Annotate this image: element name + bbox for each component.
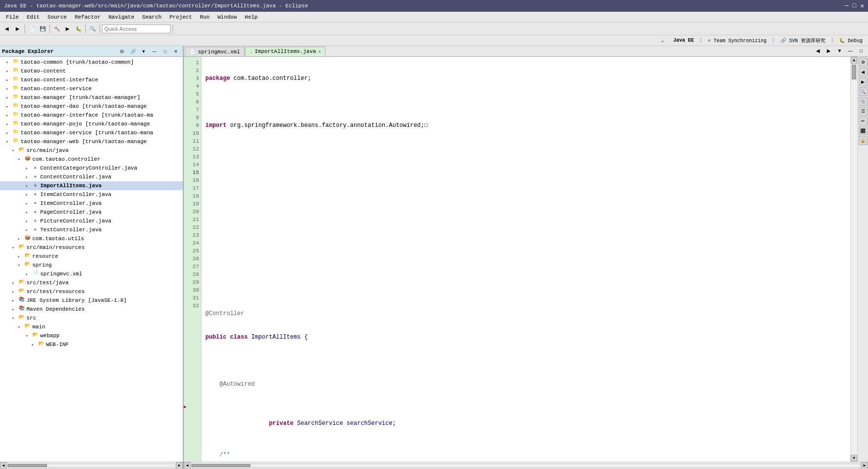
- tree-item[interactable]: ▾📂src/main/java: [0, 146, 183, 155]
- tree-item[interactable]: ▾📁taotao-common [trunk/taotao-common]: [0, 58, 183, 67]
- tree-item[interactable]: ▸☕PictureController.java: [0, 217, 183, 225]
- tree-item[interactable]: ▾📂spring: [0, 261, 183, 270]
- close-btn[interactable]: ✕: [860, 2, 864, 10]
- editor-hscroll-right[interactable]: ▶: [861, 462, 868, 469]
- rs-btn-1[interactable]: ⚙: [859, 58, 868, 67]
- toolbar-debug[interactable]: 🐛: [74, 24, 83, 34]
- perspective-debug[interactable]: 🐛 Debug: [836, 37, 866, 45]
- tree-item[interactable]: ▸📁taotao-content-service: [0, 84, 183, 93]
- editor-hscroll-thumb[interactable]: [192, 464, 250, 467]
- vscroll-down[interactable]: ▼: [851, 455, 857, 462]
- hscroll-thumb[interactable]: [8, 464, 47, 467]
- tree-item[interactable]: ▸📁taotao-manager-service [trunk/taotao-m…: [0, 128, 183, 137]
- tab-prev[interactable]: ◀: [813, 46, 823, 55]
- menu-help[interactable]: Help: [241, 13, 261, 21]
- rs-btn-3[interactable]: ▶: [859, 77, 868, 86]
- hscroll-right[interactable]: ▶: [176, 462, 183, 469]
- tree-item[interactable]: ▸📂src/test/resources: [0, 287, 183, 296]
- toolbar-new[interactable]: 📄: [27, 24, 37, 34]
- toolbar-back[interactable]: ◀: [2, 24, 12, 34]
- toolbar-search[interactable]: 🔍: [88, 24, 98, 34]
- pe-view-menu[interactable]: ▼: [139, 47, 149, 56]
- vscroll-thumb[interactable]: [852, 65, 856, 79]
- pe-horizontal-scrollbar[interactable]: ◀ ▶: [0, 462, 183, 469]
- tree-item[interactable]: ▾📦com.taotao.controller: [0, 155, 183, 164]
- tree-item[interactable]: ▸☕ContentController.java: [0, 173, 183, 181]
- tree-item[interactable]: ▸📄springmvc.xml: [0, 270, 183, 278]
- rs-btn-5[interactable]: 📎: [859, 97, 868, 106]
- menu-edit[interactable]: Edit: [23, 13, 43, 21]
- menu-window[interactable]: Window: [214, 13, 241, 21]
- menu-search[interactable]: Search: [138, 13, 166, 21]
- rs-btn-8[interactable]: ⬛: [859, 126, 868, 135]
- tab-minimize[interactable]: —: [845, 46, 855, 55]
- rs-btn-2[interactable]: ◀: [859, 68, 868, 76]
- toolbar-save[interactable]: 💾: [38, 24, 48, 34]
- tree-item[interactable]: ▾📂main: [0, 322, 183, 331]
- toolbar-forward[interactable]: ▶: [13, 24, 23, 34]
- hscroll-left[interactable]: ◀: [0, 462, 7, 469]
- rs-btn-4[interactable]: 🔍: [859, 87, 868, 96]
- pe-collapse-all[interactable]: ⊟: [117, 47, 127, 56]
- rs-btn-9[interactable]: 🔒: [859, 136, 868, 145]
- vscroll-track[interactable]: [851, 64, 857, 455]
- toolbar-build[interactable]: 🔨: [52, 24, 62, 34]
- tree-item[interactable]: ▾📁taotao-manager-web [trunk/taotao-manag…: [0, 137, 183, 146]
- code-line-8: [205, 239, 848, 247]
- tab-importallitems-close[interactable]: ✕: [318, 49, 321, 54]
- tree-item[interactable]: ▸📁taotao-content: [0, 67, 183, 75]
- code-content[interactable]: package com.taotao.controller; import or…: [201, 57, 850, 462]
- menu-run[interactable]: Run: [196, 13, 214, 21]
- tree-item[interactable]: ▸☕ContentCategoryController.java: [0, 164, 183, 173]
- tree-item[interactable]: ▾📂src/main/resources: [0, 243, 183, 252]
- tree-item[interactable]: ▸📁taotao-content-interface: [0, 75, 183, 84]
- window-controls[interactable]: — □ ✕: [845, 2, 864, 10]
- tree-item[interactable]: ▸☕PageController.java: [0, 208, 183, 217]
- pe-maximize[interactable]: □: [160, 47, 170, 56]
- perspective-javaee[interactable]: Java EE: [670, 37, 697, 44]
- menu-project[interactable]: Project: [166, 13, 196, 21]
- tree-item[interactable]: ▾📂webapp: [0, 331, 183, 340]
- quick-access-input[interactable]: [102, 25, 171, 33]
- tree-item[interactable]: ▸📚JRE System Library [JavaSE-1.8]: [0, 296, 183, 305]
- minimize-btn[interactable]: —: [845, 2, 849, 10]
- rs-btn-6[interactable]: ☰: [859, 107, 868, 116]
- pe-link-editor[interactable]: 🔗: [128, 47, 138, 56]
- editor-hscroll-left[interactable]: ◀: [184, 462, 191, 469]
- tree-item[interactable]: ▸☕TestController.java: [0, 225, 183, 234]
- editor-vertical-scrollbar[interactable]: ▲ ▼: [850, 57, 857, 462]
- tree-item[interactable]: ▸📦com.taotao.utils: [0, 234, 183, 243]
- tree-item[interactable]: ▸📚Maven Dependencies: [0, 305, 183, 314]
- tab-next[interactable]: ▶: [824, 46, 834, 55]
- maximize-btn[interactable]: □: [852, 2, 856, 10]
- tree-item[interactable]: ▸📂resource: [0, 252, 183, 261]
- tree-item[interactable]: ▸📁taotao-manager-dao [trunk/taotao-manag…: [0, 102, 183, 111]
- menu-file[interactable]: File: [2, 13, 23, 21]
- tree-item[interactable]: ▾📂src: [0, 314, 183, 322]
- tree-item[interactable]: ▸📁taotao-manager [trunk/taotao-manager]: [0, 93, 183, 102]
- pe-minimize[interactable]: —: [149, 47, 159, 56]
- pe-close[interactable]: ✕: [171, 47, 181, 56]
- editor-hscroll-track[interactable]: [191, 464, 861, 468]
- menu-navigate[interactable]: Navigate: [104, 13, 138, 21]
- menu-source[interactable]: Source: [44, 13, 71, 21]
- rs-btn-7[interactable]: ✏: [859, 117, 868, 125]
- hscroll-track[interactable]: [7, 464, 175, 468]
- menu-refactor[interactable]: Refactor: [71, 13, 104, 21]
- tree-item[interactable]: ▸📂src/test/java: [0, 278, 183, 287]
- tree-item[interactable]: ▸📂WEB-INF: [0, 340, 183, 349]
- tree-item[interactable]: ▸☕ItemCatController.java: [0, 190, 183, 199]
- tab-maximize[interactable]: □: [856, 46, 866, 55]
- tab-importallitems[interactable]: ☕ ImportAllItems.java ✕: [245, 47, 325, 56]
- perspective-team-sync[interactable]: ⚡ Team Synchronizing: [704, 37, 770, 45]
- tree-item[interactable]: ▸☕ImportAllItems.java: [0, 181, 183, 190]
- tab-list[interactable]: ▼: [835, 46, 844, 55]
- tree-item[interactable]: ▸📁taotao-manager-interface [trunk/taotao…: [0, 111, 183, 120]
- toolbar-run[interactable]: ▶: [63, 24, 73, 34]
- vscroll-up[interactable]: ▲: [851, 57, 857, 64]
- tree-item[interactable]: ▸☕ItemController.java: [0, 199, 183, 208]
- perspective-svn[interactable]: 🔗 SVN 资源库研究: [777, 36, 829, 45]
- tree-item[interactable]: ▸📁taotao-manager-pojo [trunk/taotao-mana…: [0, 120, 183, 128]
- editor-horizontal-scrollbar[interactable]: ◀ ▶: [184, 462, 868, 469]
- tab-springmvc[interactable]: 📄 springmvc.xml: [185, 47, 245, 56]
